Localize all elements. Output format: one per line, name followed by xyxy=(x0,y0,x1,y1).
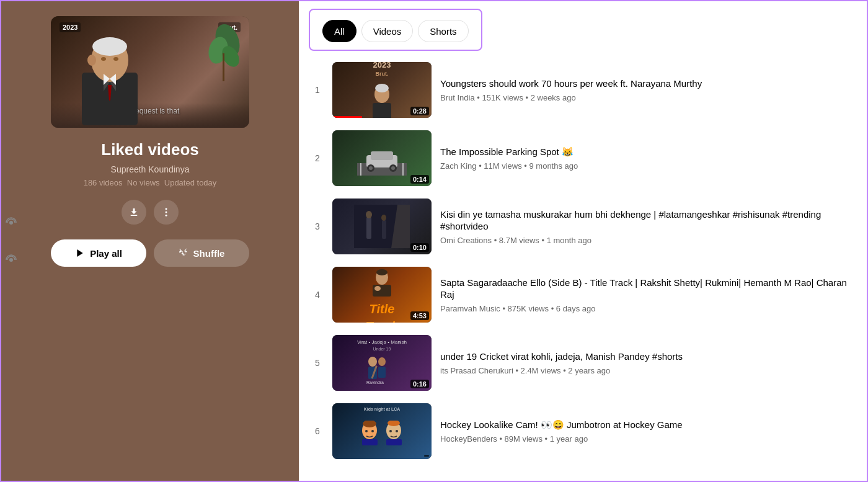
svg-point-17 xyxy=(166,208,167,210)
list-item[interactable]: 5 Virat • Jadeja • Manish Under 19 xyxy=(311,329,854,397)
tab-videos[interactable]: Videos xyxy=(361,20,414,42)
svg-rect-35 xyxy=(366,217,371,239)
duration-badge: 0:10 xyxy=(410,243,429,252)
list-item[interactable]: 6 Kids night at LCA xyxy=(311,397,854,465)
right-panel: All Videos Shorts 1 2023 Brut. xyxy=(299,1,867,481)
side-icons xyxy=(5,216,17,266)
tab-shorts[interactable]: Shorts xyxy=(418,20,468,42)
svg-point-43 xyxy=(374,286,381,291)
list-item[interactable]: 2 xyxy=(311,124,854,192)
svg-point-12 xyxy=(101,57,106,61)
svg-point-19 xyxy=(166,215,167,216)
video-title: Sapta Sagaradaache Ello (Side B) - Title… xyxy=(440,277,854,301)
svg-point-42 xyxy=(376,269,388,275)
svg-point-58 xyxy=(396,430,398,432)
play-all-button[interactable]: Play all xyxy=(51,239,146,267)
list-item[interactable]: 3 xyxy=(311,192,854,261)
svg-point-52 xyxy=(365,430,368,432)
video-channel: HockeyBenders • 89M views • 1 year ago xyxy=(440,434,854,444)
svg-rect-48 xyxy=(378,367,386,378)
svg-point-44 xyxy=(368,357,377,367)
playlist-owner: Supreeth Koundinya xyxy=(111,164,190,174)
video-channel: Zach King • 11M views • 9 months ago xyxy=(440,161,854,171)
svg-rect-32 xyxy=(360,163,361,176)
video-info: The Impossible Parking Spot 😹 Zach King … xyxy=(440,146,854,171)
left-panel: 2023 Brut. My request is that Liked vide… xyxy=(1,1,299,481)
svg-text:Ravindra: Ravindra xyxy=(366,380,384,385)
video-number: 5 xyxy=(311,358,324,368)
radio-icon-2 xyxy=(5,254,17,266)
svg-point-38 xyxy=(381,215,386,221)
video-thumbnail: 0:10 xyxy=(332,199,432,254)
video-title: under 19 Cricket virat kohli, jadeja, Ma… xyxy=(440,350,854,363)
svg-point-13 xyxy=(113,57,118,61)
video-thumbnail: ಸಪ್ತ ಸಾಗರದಾಚೆ ಎಲ್ಲೊ... xyxy=(332,267,432,323)
playlist-meta: 186 videos No views Updated today xyxy=(84,178,217,187)
video-info: Sapta Sagaradaache Ello (Side B) - Title… xyxy=(440,277,854,313)
video-number: 6 xyxy=(311,426,324,436)
radio-icon-1 xyxy=(5,216,17,229)
list-item[interactable]: 1 2023 Brut. xyxy=(311,56,854,124)
video-list: 1 2023 Brut. xyxy=(299,56,867,481)
video-channel: Paramvah Music • 875K views • 6 days ago xyxy=(440,304,854,313)
duration-badge: 4:53 xyxy=(410,311,429,320)
svg-point-47 xyxy=(378,357,386,366)
playlist-title: Liked videos xyxy=(101,140,199,159)
video-channel: its Prasad Cherukuri • 2.4M views • 2 ye… xyxy=(440,366,854,375)
video-thumbnail: 2023 Brut. 0:28 xyxy=(332,62,432,118)
svg-rect-41 xyxy=(373,285,391,297)
action-icons xyxy=(122,200,179,225)
video-title: Youngsters should work 70 hours per week… xyxy=(440,78,854,90)
duration-badge: 0:28 xyxy=(410,107,429,115)
svg-point-57 xyxy=(389,430,392,432)
video-channel: Brut India • 151K views • 2 weeks ago xyxy=(440,93,854,102)
playlist-thumbnail: 2023 Brut. My request is that xyxy=(51,16,249,128)
svg-rect-33 xyxy=(402,163,404,176)
svg-point-29 xyxy=(369,166,373,170)
duration-badge: 0:16 xyxy=(410,380,429,388)
video-number: 1 xyxy=(311,85,324,95)
svg-point-36 xyxy=(366,211,372,218)
svg-point-10 xyxy=(92,37,127,56)
play-buttons: Play all Shuffle xyxy=(51,239,249,267)
video-number: 2 xyxy=(311,153,324,163)
svg-rect-5 xyxy=(223,53,224,81)
video-title: Hockey Lookalike Cam! 👀😄 Jumbotron at Ho… xyxy=(440,419,854,431)
duration-badge: 0:14 xyxy=(410,175,429,184)
svg-point-1 xyxy=(9,258,13,262)
duration-badge xyxy=(424,455,429,457)
video-info: under 19 Cricket virat kohli, jadeja, Ma… xyxy=(440,350,854,375)
video-thumbnail: 0:14 xyxy=(332,130,432,186)
video-thumbnail: Kids night at LCA xyxy=(332,403,432,459)
svg-rect-27 xyxy=(371,151,393,160)
video-number: 3 xyxy=(311,221,324,231)
video-thumbnail: Virat • Jadeja • Manish Under 19 xyxy=(332,335,432,391)
shuffle-button[interactable]: Shuffle xyxy=(154,239,249,267)
list-item[interactable]: 4 ಸಪ್ತ ಸಾಗರದಾಚೆ ಎಲ್ಲೊ... xyxy=(311,261,854,329)
filter-tabs: All Videos Shorts xyxy=(309,9,482,51)
svg-point-11 xyxy=(87,55,96,66)
video-info: Kisi din ye tamasha muskurakar hum bhi d… xyxy=(440,208,854,245)
svg-rect-59 xyxy=(386,439,402,445)
svg-point-31 xyxy=(391,166,395,170)
svg-point-0 xyxy=(9,221,13,225)
download-button[interactable] xyxy=(122,200,146,225)
svg-point-18 xyxy=(166,212,167,213)
video-channel: Omi Creations • 8.7M views • 1 month ago xyxy=(440,236,854,245)
svg-point-53 xyxy=(371,430,374,432)
svg-rect-54 xyxy=(362,439,378,445)
svg-rect-22 xyxy=(373,103,391,118)
svg-marker-20 xyxy=(77,249,82,257)
tab-all[interactable]: All xyxy=(322,20,356,42)
video-title: The Impossible Parking Spot 😹 xyxy=(440,146,854,158)
video-info: Youngsters should work 70 hours per week… xyxy=(440,78,854,102)
video-title: Kisi din ye tamasha muskurakar hum bhi d… xyxy=(440,208,854,233)
more-options-button[interactable] xyxy=(154,200,179,225)
video-number: 4 xyxy=(311,290,324,300)
video-info: Hockey Lookalike Cam! 👀😄 Jumbotron at Ho… xyxy=(440,419,854,444)
svg-rect-37 xyxy=(382,220,386,239)
svg-point-23 xyxy=(375,84,389,92)
